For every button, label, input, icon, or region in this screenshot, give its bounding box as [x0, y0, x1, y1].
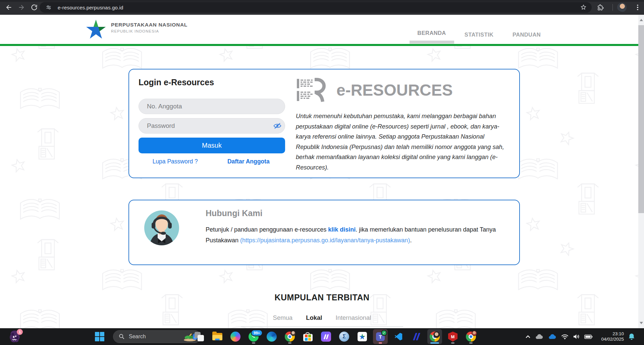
whatsapp-badge: 99+	[251, 330, 263, 336]
login-links: Lupa Password ? Daftar Anggota	[139, 158, 285, 165]
forward-icon[interactable]	[17, 3, 26, 12]
forgot-password-link[interactable]: Lupa Password ?	[139, 158, 212, 165]
menu-dots-icon[interactable]	[635, 3, 641, 12]
edge-icon[interactable]	[264, 329, 279, 344]
password-input[interactable]	[139, 118, 285, 134]
taskbar-icons: 99+ Σ T ✓	[192, 329, 478, 344]
tab-semua[interactable]: Semua	[273, 314, 293, 322]
about-description: Untuk memenuhi kebutuhan pemustaka, kami…	[296, 111, 507, 173]
onedrive-paused-icon[interactable]	[535, 334, 544, 340]
ask-librarian-link[interactable]: (https://pujasintara.perpusnas.go.id/lay…	[240, 237, 410, 244]
chrome-profile-badge	[472, 331, 477, 336]
browser-toolbar: e-resources.perpusnas.go.id	[0, 0, 644, 15]
login-submit-button[interactable]: Masuk	[139, 138, 285, 153]
teams-icon[interactable]: T ✓	[373, 329, 388, 344]
battery-icon[interactable]	[584, 335, 593, 339]
chrome-secondary-icon[interactable]	[464, 329, 478, 344]
collections-tabs: Semua Lokal Internasional	[0, 314, 644, 322]
eresources-logo-icon	[296, 76, 328, 104]
nav-statistik[interactable]: STATISTIK	[455, 32, 502, 38]
volume-icon[interactable]	[573, 334, 580, 340]
onedrive-icon[interactable]	[548, 334, 557, 340]
contact-title: Hubungi Kami	[206, 208, 262, 218]
nav-beranda[interactable]: BERANDA	[408, 30, 455, 36]
clock-date: 04/02/2025	[601, 337, 624, 342]
support-agent-avatar	[144, 210, 179, 245]
guide-link[interactable]: klik disini	[328, 226, 356, 233]
task-view-icon[interactable]	[192, 329, 207, 344]
login-card: Login e-Resources Masuk Lupa Password ? …	[128, 69, 520, 178]
url-text[interactable]: e-resources.perpusnas.go.id	[58, 5, 123, 10]
monday-icon[interactable]	[319, 329, 333, 344]
tabs-underline	[241, 326, 403, 327]
whatsapp-icon[interactable]: 99+	[246, 329, 261, 344]
tab-lokal[interactable]: Lokal	[306, 314, 322, 322]
tray-chevron-icon[interactable]	[525, 335, 531, 339]
copilot-icon[interactable]	[228, 329, 243, 344]
site-header: PERPUSTAKAAN NASIONAL REPUBLIK INDONESIA…	[0, 15, 644, 44]
collections-title: KUMPULAN TERBITAN	[0, 293, 644, 302]
screen: e-resources.perpusnas.go.id	[0, 0, 644, 345]
vscode-icon[interactable]	[391, 329, 406, 344]
scroll-down-arrow[interactable]	[640, 322, 643, 324]
web-page: PERPUSTAKAAN NASIONAL REPUBLIK INDONESIA…	[0, 15, 644, 328]
perpusnas-logo-icon	[85, 19, 107, 39]
profile-avatar[interactable]	[617, 3, 627, 12]
bookmark-star-icon[interactable]	[580, 4, 587, 12]
start-button-icon[interactable]	[95, 332, 104, 341]
search-icon	[119, 334, 125, 340]
perpusnas-logo-text: PERPUSTAKAAN NASIONAL REPUBLIK INDONESIA	[111, 22, 187, 33]
search-placeholder: Search	[129, 334, 183, 340]
contact-card: Hubungi Kami Petunjuk / panduan pengguna…	[128, 200, 520, 265]
windows-taskbar: 1 Search	[0, 328, 644, 345]
notification-bell-icon[interactable]	[628, 333, 635, 340]
perpusnas-app-icon[interactable]	[355, 329, 370, 344]
tab-internasional[interactable]: Internasional	[336, 314, 371, 322]
register-member-link[interactable]: Daftar Anggota	[212, 158, 285, 165]
chrome-icon[interactable]	[282, 329, 297, 344]
back-icon[interactable]	[4, 3, 13, 12]
blue-slash-app-icon[interactable]	[409, 329, 424, 344]
microsoft-store-icon[interactable]	[301, 329, 315, 344]
wifi-icon[interactable]	[561, 334, 569, 340]
url-bar[interactable]: e-resources.perpusnas.go.id	[40, 2, 592, 13]
chrome-profile-badge	[433, 332, 440, 338]
chrome-active-profile-icon[interactable]	[427, 329, 442, 344]
tune-icon[interactable]	[45, 4, 52, 12]
taskbar-search[interactable]: Search	[113, 330, 201, 343]
logo-title: PERPUSTAKAAN NASIONAL	[111, 22, 187, 28]
header-accent-line	[0, 44, 644, 46]
toolbar-divider	[612, 4, 613, 11]
taskbar-clock[interactable]: 23:10 04/02/2025	[597, 331, 624, 342]
mascot-notification-badge: 1	[17, 329, 23, 335]
page-scrollbar	[638, 15, 644, 328]
widgets-mascot-icon[interactable]: 1	[8, 330, 23, 344]
teams-status-check: ✓	[381, 330, 387, 336]
contact-text-before: Petunjuk / panduan penggunaan e-resource…	[206, 226, 328, 233]
reload-icon[interactable]	[30, 3, 39, 12]
nav-panduan[interactable]: PANDUAN	[503, 32, 550, 38]
nav-active-underline	[410, 41, 454, 44]
login-title: Login e-Resources	[139, 78, 214, 87]
member-number-input[interactable]	[139, 99, 285, 114]
contact-text-after: .	[410, 237, 412, 244]
extensions-puzzle-icon[interactable]	[596, 3, 605, 12]
window-frame	[0, 0, 644, 2]
spss-icon[interactable]: Σ	[337, 329, 352, 344]
file-explorer-icon[interactable]	[210, 329, 225, 344]
eresources-brand-text: e-RESOURCES	[336, 81, 453, 99]
chrome-profile-badge	[290, 331, 296, 336]
contact-text: Petunjuk / panduan penggunaan e-resource…	[206, 225, 501, 246]
logo-subtitle: REPUBLIK INDONESIA	[111, 29, 187, 33]
eye-slash-icon[interactable]	[270, 118, 285, 134]
clock-time: 23:10	[612, 331, 624, 337]
mcafee-icon[interactable]: M	[445, 329, 460, 344]
eresources-brand: e-RESOURCES	[296, 76, 453, 104]
scroll-up-arrow[interactable]	[640, 19, 643, 21]
system-tray: 23:10 04/02/2025	[525, 328, 635, 345]
scrollbar-thumb[interactable]	[638, 25, 644, 213]
